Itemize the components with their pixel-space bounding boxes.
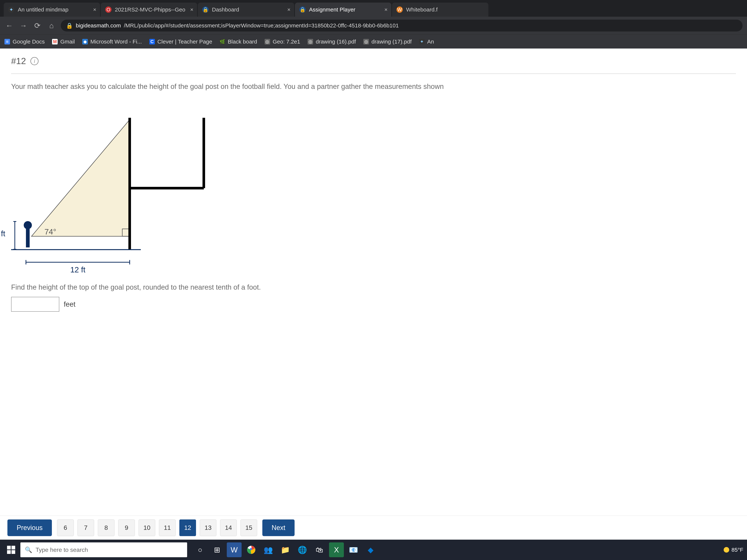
favicon-icon: W: [396, 6, 403, 13]
question-prompt: Find the height of the top of the goal p…: [0, 282, 747, 295]
close-icon[interactable]: ×: [93, 6, 96, 13]
page-button-8[interactable]: 8: [98, 519, 114, 536]
cortana-icon[interactable]: ○: [193, 542, 207, 557]
search-icon: 🔍: [25, 546, 32, 553]
word-icon: ◆: [82, 39, 88, 45]
teams-app-icon[interactable]: 👥: [261, 542, 276, 557]
answer-unit: feet: [64, 300, 75, 308]
taskbar-apps: ○ ⊞ W 👥 📁 🌐 🛍 X 📧 ◆: [193, 542, 378, 557]
bookmark-label: drawing (17).pdf: [371, 38, 412, 45]
search-placeholder: Type here to search: [35, 546, 88, 553]
browser-tab[interactable]: 🔒 Dashboard ×: [198, 3, 294, 17]
page-button-6[interactable]: 6: [57, 519, 74, 536]
pager: Previous 6789101112131415 Next: [0, 515, 747, 540]
bookmark[interactable]: ◎drawing (16).pdf: [308, 38, 356, 45]
weather-widget[interactable]: 85°F: [724, 547, 743, 553]
gmail-icon: M: [52, 39, 58, 45]
word-app-icon[interactable]: W: [227, 542, 241, 557]
base-distance-label: 12 ft: [70, 265, 85, 274]
home-button[interactable]: ⌂: [47, 21, 56, 30]
doc-icon: ≡: [4, 39, 10, 45]
file-icon: ◎: [308, 39, 313, 45]
taskview-icon[interactable]: ⊞: [210, 542, 225, 557]
clever-icon: C: [149, 39, 155, 45]
app-icon[interactable]: 📧: [346, 542, 361, 557]
page-button-12[interactable]: 12: [179, 519, 196, 536]
reload-button[interactable]: ⟳: [33, 21, 42, 30]
url-path: /MRL/public/app/#/student/assessment;isP…: [124, 22, 399, 29]
tab-title: 2021RS2-MVC-Phipps--Geo: [115, 6, 185, 13]
question-text: Your math teacher asks you to calculate …: [0, 74, 747, 99]
page-button-10[interactable]: 10: [138, 519, 155, 536]
info-icon[interactable]: i: [30, 57, 38, 65]
url-host: bigideasmath.com: [76, 22, 121, 29]
person-height-label: 6 ft: [0, 229, 5, 238]
bookmark-label: drawing (16).pdf: [316, 38, 356, 45]
browser-tabstrip: ✦ An untitled mindmap × O 2021RS2-MVC-Ph…: [0, 0, 747, 17]
figure-area: 6 ft 74° 12 ft: [0, 99, 747, 282]
screen: ✦ An untitled mindmap × O 2021RS2-MVC-Ph…: [0, 0, 747, 560]
question-number: #12: [11, 56, 26, 66]
chrome-app-icon[interactable]: [244, 542, 259, 557]
mindmap-icon: ✦: [419, 39, 424, 45]
browser-tab[interactable]: O 2021RS2-MVC-Phipps--Geo ×: [101, 3, 197, 17]
page-button-15[interactable]: 15: [240, 519, 257, 536]
next-button[interactable]: Next: [262, 519, 294, 536]
page-button-11[interactable]: 11: [159, 519, 176, 536]
page-button-7[interactable]: 7: [77, 519, 94, 536]
page-content: #12 i Your math teacher asks you to calc…: [0, 49, 747, 540]
url-field[interactable]: 🔒 bigideasmath.com/MRL/public/app/#/stud…: [61, 20, 743, 31]
taskbar: 🔍 Type here to search ○ ⊞ W 👥 📁 🌐 🛍 X 📧 …: [0, 540, 747, 560]
file-icon: ◎: [264, 39, 270, 45]
bookmark[interactable]: MGmail: [52, 38, 75, 45]
lock-icon: 🔒: [66, 22, 73, 29]
browser-tab-active[interactable]: 🔒 Assignment Player ×: [295, 3, 391, 17]
bookmark[interactable]: ◎drawing (17).pdf: [363, 38, 412, 45]
start-button[interactable]: [4, 542, 19, 557]
person-body-icon: [26, 229, 30, 247]
file-icon: ◎: [363, 39, 369, 45]
svg-rect-5: [11, 546, 15, 550]
app-icon[interactable]: ◆: [363, 542, 378, 557]
bookmark[interactable]: ◆Microsoft Word - Fi...: [82, 38, 142, 45]
close-icon[interactable]: ×: [384, 6, 388, 13]
browser-tab[interactable]: W Whiteboard.f: [392, 3, 488, 17]
bookmark-label: Google Docs: [12, 38, 45, 45]
page-button-13[interactable]: 13: [200, 519, 216, 536]
svg-rect-7: [11, 550, 15, 554]
bookmark-label: An: [427, 38, 434, 45]
forward-button[interactable]: →: [19, 21, 28, 30]
favicon-icon: O: [105, 6, 111, 13]
page-button-9[interactable]: 9: [118, 519, 135, 536]
store-app-icon[interactable]: 🛍: [312, 542, 327, 557]
page-button-14[interactable]: 14: [220, 519, 237, 536]
previous-button[interactable]: Previous: [7, 519, 52, 536]
excel-app-icon[interactable]: X: [329, 542, 344, 557]
bookmark-label: Clever | Teacher Page: [157, 38, 212, 45]
bookmark-label: Geo: 7.2e1: [273, 38, 300, 45]
windows-icon: [7, 546, 15, 554]
answer-row: feet: [0, 295, 747, 319]
tab-title: Assignment Player: [309, 6, 355, 13]
close-icon[interactable]: ×: [287, 6, 290, 13]
goalpost-figure: 6 ft 74° 12 ft: [11, 107, 233, 273]
bookmark[interactable]: ◎Geo: 7.2e1: [264, 38, 300, 45]
explorer-app-icon[interactable]: 📁: [278, 542, 293, 557]
edge-app-icon[interactable]: 🌐: [295, 542, 310, 557]
system-tray[interactable]: 85°F: [724, 547, 743, 553]
favicon-icon: ✦: [8, 6, 15, 13]
bookmark[interactable]: 🌿Black board: [220, 38, 257, 45]
bookmark[interactable]: ≡Google Docs: [4, 38, 45, 45]
close-icon[interactable]: ×: [190, 6, 194, 13]
bookmark[interactable]: ✦An: [419, 38, 434, 45]
svg-rect-4: [7, 546, 11, 550]
person-head-icon: [24, 221, 32, 229]
back-button[interactable]: ←: [4, 21, 14, 30]
sight-triangle: [31, 119, 130, 236]
bookmarks-bar: ≡Google Docs MGmail ◆Microsoft Word - Fi…: [0, 34, 747, 49]
browser-tab[interactable]: ✦ An untitled mindmap ×: [4, 3, 100, 17]
taskbar-search[interactable]: 🔍 Type here to search: [20, 542, 187, 557]
bookmark[interactable]: CClever | Teacher Page: [149, 38, 212, 45]
answer-input[interactable]: [11, 297, 59, 312]
favicon-icon: 🔒: [300, 6, 306, 13]
